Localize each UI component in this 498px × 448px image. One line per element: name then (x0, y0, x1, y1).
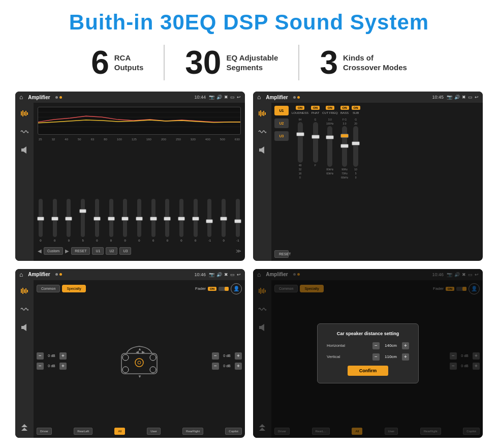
vertical-plus[interactable]: + (402, 353, 409, 361)
rl-plus[interactable]: + (59, 363, 67, 370)
camera-icon-3: 📷 (209, 272, 214, 277)
rl-minus[interactable]: − (37, 363, 44, 370)
eq-time: 10:44 (194, 95, 206, 100)
fader-speaker-icon[interactable] (19, 322, 30, 333)
loudness-on[interactable]: ON (296, 106, 304, 110)
reset-btn[interactable]: RESET (71, 247, 90, 255)
eq-slider-8: 0 (151, 199, 155, 242)
fader-tab-row: Common Specialty Fader ON 👤 (37, 283, 242, 294)
dot-2 (59, 96, 62, 99)
crossover-screen: ⌂ Amplifier 10:45 📷 🔊 ✖ ▭ ↩ (253, 92, 483, 261)
eq-icon[interactable] (19, 108, 30, 119)
fader-wave-icon[interactable] (19, 304, 30, 315)
sub-on[interactable]: ON (352, 106, 360, 110)
fader-on-badge[interactable]: ON (208, 287, 216, 291)
stats-row: 6 RCAOutputs 30 EQ AdjustableSegments 3 … (15, 45, 483, 80)
svg-rect-13 (262, 112, 263, 115)
battery-icon-3: ▭ (230, 272, 235, 277)
xover-eq-icon[interactable] (257, 108, 268, 119)
cutfreq-slider[interactable] (327, 126, 332, 167)
rr-minus[interactable]: − (212, 363, 219, 370)
phat-on[interactable]: ON (311, 106, 320, 110)
fl-minus[interactable]: − (37, 352, 44, 360)
camera-icon-2: 📷 (447, 95, 452, 100)
vertical-label: Vertical (327, 354, 340, 359)
fl-plus[interactable]: + (59, 352, 67, 360)
fader-dots (55, 273, 62, 276)
more-arrow[interactable]: ≫ (236, 248, 241, 254)
xover-time: 10:45 (432, 95, 444, 100)
u1-btn[interactable]: U1 (92, 247, 104, 255)
fader-main: Common Specialty Fader ON 👤 (34, 280, 245, 438)
xover-status-icons: 📷 🔊 ✖ ▭ ↩ (447, 95, 479, 100)
xover-wave-icon[interactable] (257, 126, 268, 137)
speaker-grid: − 0 dB + − 0 dB + (37, 297, 242, 426)
stat-rca-number: 6 (91, 46, 109, 79)
rearright-btn[interactable]: RearRight (182, 428, 203, 435)
horizontal-minus[interactable]: − (372, 342, 380, 349)
eq-slider-3: 5 (81, 199, 85, 242)
svg-point-29 (150, 354, 156, 361)
phat-slider[interactable] (313, 122, 318, 163)
wifi-icon-3: ✖ (224, 272, 228, 277)
svg-rect-19 (22, 288, 23, 294)
stat-eq-number: 30 (185, 46, 221, 79)
distance-screen: ⌂ Amplifier 10:46 📷 🔊 ✖ ▭ ↩ (253, 269, 483, 438)
next-arrow[interactable]: ▶ (65, 248, 69, 254)
bass-on[interactable]: ON (340, 106, 349, 110)
fader-screen-content: Common Specialty Fader ON 👤 (15, 280, 245, 438)
vertical-controls: − 110cm + (372, 353, 409, 361)
fader-arrow-icon[interactable] (19, 422, 30, 433)
svg-rect-23 (21, 326, 23, 329)
sub-slider[interactable] (353, 126, 358, 167)
speaker-icon[interactable] (19, 144, 30, 156)
fader-text: Fader (195, 286, 206, 291)
driver-btn[interactable]: Driver (37, 428, 52, 435)
eq-status-dots (55, 96, 62, 99)
u3-btn[interactable]: U3 (119, 247, 131, 255)
xover-reset-btn[interactable]: RESET (274, 250, 289, 258)
horizontal-label: Horizontal (327, 343, 345, 348)
xover-speaker-icon[interactable] (257, 144, 268, 156)
custom-preset[interactable]: Custom (44, 247, 63, 255)
specialty-tab[interactable]: Specialty (62, 285, 85, 292)
prev-arrow[interactable]: ◀ (38, 248, 42, 254)
distance-modal: Car speaker distance setting Horizontal … (317, 323, 419, 383)
home-icon: ⌂ (19, 94, 23, 101)
cutfreq-on[interactable]: ON (326, 106, 334, 110)
svg-rect-14 (263, 111, 264, 116)
copilot-btn[interactable]: Copilot (225, 428, 242, 435)
rearleft-btn[interactable]: RearLeft (74, 428, 92, 435)
u3-preset[interactable]: U3 (274, 131, 289, 141)
rr-plus[interactable]: + (235, 363, 242, 370)
fr-minus[interactable]: − (212, 352, 219, 360)
left-db-col: − 0 dB + − 0 dB + (37, 352, 67, 370)
svg-rect-18 (21, 289, 22, 293)
fader-eq-icon[interactable] (19, 285, 30, 296)
user-btn[interactable]: User (147, 428, 161, 435)
rr-db-row: − 0 dB + (212, 363, 242, 370)
stat-rca: 6 RCAOutputs (71, 46, 164, 79)
u2-btn[interactable]: U2 (106, 247, 117, 255)
all-btn[interactable]: All (114, 428, 125, 435)
vertical-minus[interactable]: − (372, 353, 380, 361)
eq-track-0[interactable] (39, 199, 43, 237)
u1-preset[interactable]: U1 (274, 106, 289, 115)
eq-slider-11: 0 (194, 199, 198, 242)
bass-slider[interactable] (342, 126, 347, 167)
svg-rect-5 (21, 148, 23, 152)
common-tab[interactable]: Common (37, 285, 60, 292)
wave-icon[interactable] (19, 126, 30, 137)
eq-slider-0: 0 (39, 199, 43, 242)
fr-plus[interactable]: + (235, 352, 242, 360)
loudness-slider[interactable] (298, 122, 303, 163)
fl-db-val: 0 dB (45, 354, 58, 357)
horizontal-plus[interactable]: + (402, 342, 409, 349)
loudness-col: ON LOUDNESS 64 48 32 16 0 (292, 106, 308, 258)
svg-rect-27 (121, 353, 157, 374)
u2-preset[interactable]: U2 (274, 118, 289, 128)
eq-slider-5: 0 (109, 199, 113, 242)
horizontal-row: Horizontal − 140cm + (327, 342, 409, 349)
confirm-button[interactable]: Confirm (348, 366, 388, 376)
eq-slider-10: 0 (179, 199, 183, 242)
